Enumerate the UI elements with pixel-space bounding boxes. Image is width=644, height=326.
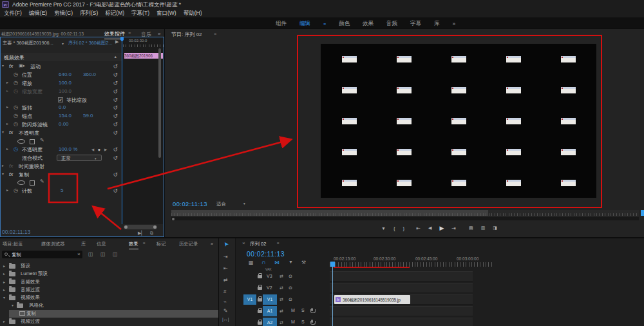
timeline-ruler-ticks[interactable] bbox=[330, 262, 492, 267]
export-frame-button[interactable]: ◨ bbox=[493, 225, 497, 231]
source-patch[interactable]: V1 bbox=[243, 294, 256, 305]
play-button[interactable]: ▶ bbox=[439, 225, 444, 231]
param-row-rotation[interactable]: ▸ ◷ 旋转 0.0 ↺ bbox=[0, 104, 122, 112]
sequence-clip-label[interactable]: 序列 02 * 360截图2... bbox=[68, 40, 113, 46]
param-row-opacity[interactable]: ▸ ◷ 不透明度 100.0 % ◀ ◆ ▶ ↺ bbox=[0, 146, 122, 154]
param-row-uniform-scale[interactable]: ✓ 等比缩放 ↺ bbox=[0, 96, 122, 104]
stopwatch-icon[interactable]: ◷ bbox=[14, 80, 18, 86]
reset-icon[interactable]: ↺ bbox=[113, 104, 118, 111]
tree-item[interactable]: ▸音频效果 bbox=[0, 278, 218, 286]
tree-item-selected[interactable]: 复制 bbox=[0, 310, 218, 318]
param-value[interactable]: 5 bbox=[61, 187, 63, 193]
new-bin-icon[interactable]: ◫ bbox=[88, 251, 93, 257]
reset-icon[interactable]: ↺ bbox=[113, 129, 118, 136]
track-target[interactable]: A2 bbox=[263, 318, 277, 326]
nest-toggle-icon[interactable]: ▦ bbox=[249, 260, 254, 265]
workspace-tab-audio[interactable]: 音频 bbox=[386, 20, 397, 28]
export-icon[interactable]: ⧉ bbox=[150, 231, 153, 236]
fit-dropdown[interactable]: 适合 bbox=[216, 201, 226, 207]
track-target[interactable]: A1 bbox=[263, 306, 277, 316]
collapse-icon[interactable]: ▲ bbox=[114, 55, 117, 59]
param-row-anchor[interactable]: ◷ 锚点 154.0 59.0 ↺ bbox=[0, 112, 122, 120]
track-lock-icon[interactable] bbox=[258, 298, 262, 302]
param-value-y[interactable]: 360.0 bbox=[83, 72, 96, 77]
tree-chevron-icon[interactable]: ▸ bbox=[3, 280, 5, 284]
source-monitor-tab[interactable]: 截图20190616145519035.jpg: 00:02:11:13 bbox=[1, 31, 84, 37]
track-visibility-icon[interactable]: ⊙ bbox=[289, 285, 292, 291]
project-tab[interactable]: 项目:超蓝 bbox=[3, 241, 23, 247]
checkbox-checked-icon[interactable]: ✓ bbox=[58, 97, 63, 102]
workspace-tab-editing[interactable]: 编辑 bbox=[299, 20, 310, 28]
reset-icon[interactable]: ↺ bbox=[113, 187, 118, 194]
mute-button[interactable]: M bbox=[291, 308, 295, 312]
effect-row-opacity[interactable]: ▾ fx 不透明度 ↺ bbox=[0, 129, 122, 137]
expand-chevron-icon[interactable]: ▸ bbox=[6, 104, 8, 109]
master-clip-label[interactable]: 主要 * 360截图201906... bbox=[3, 40, 53, 46]
param-value-y[interactable]: 59.0 bbox=[83, 113, 93, 119]
track-visibility-icon[interactable]: ⊙ bbox=[289, 297, 292, 302]
solo-button[interactable]: S bbox=[301, 320, 305, 324]
panel-menu-icon[interactable]: ≡ bbox=[143, 241, 146, 245]
scrubber-playhead[interactable] bbox=[641, 210, 644, 216]
tree-item[interactable]: ▸Lumetri 预设 bbox=[0, 270, 218, 278]
monitor-timecode[interactable]: 00:02:11:13 bbox=[173, 200, 207, 207]
expand-chevron-icon[interactable]: ▸ bbox=[6, 121, 8, 126]
param-row-count[interactable]: ▸ ◷ 计数 5 ↺ bbox=[0, 187, 122, 195]
chevron-down-icon[interactable]: ▾ bbox=[62, 41, 64, 46]
info-tab[interactable]: 信息 bbox=[97, 241, 106, 247]
param-row-position[interactable]: ◷ 位置 640.0 360.0 ↺ bbox=[0, 71, 122, 79]
menu-clip[interactable]: 剪辑(C) bbox=[54, 10, 73, 17]
param-row-blendmode[interactable]: 混合模式 正常 ▾ ↺ bbox=[0, 154, 122, 162]
fx-badge-icon[interactable]: fx bbox=[9, 129, 13, 135]
menu-title[interactable]: 字幕(T) bbox=[131, 10, 149, 17]
reset-icon[interactable]: ↺ bbox=[113, 97, 118, 103]
workspace-tab-effects[interactable]: 效果 bbox=[363, 20, 374, 28]
track-lock-icon[interactable] bbox=[258, 321, 262, 325]
reset-icon[interactable]: ↺ bbox=[113, 171, 118, 178]
panel-menu-icon[interactable]: ≡ bbox=[214, 32, 216, 36]
clear-search-icon[interactable]: × bbox=[77, 251, 80, 257]
collapse-chevron-icon[interactable]: ▾ bbox=[2, 171, 4, 176]
step-forward-button[interactable]: ⇥ bbox=[451, 225, 456, 231]
ec-zoom-scrollbar[interactable] bbox=[124, 225, 157, 229]
add-keyframe-icon[interactable]: ◆ bbox=[98, 148, 100, 151]
effect-row-time-remap[interactable]: ▸ fx 时间重映射 bbox=[0, 162, 122, 171]
param-value-x[interactable]: 154.0 bbox=[59, 113, 71, 119]
timeline-clip[interactable]: fx 360截图20190616145519035.jp bbox=[334, 295, 410, 304]
play-button[interactable]: ▶▏ bbox=[138, 231, 145, 236]
linked-selection-icon[interactable]: ⋈ bbox=[274, 260, 279, 265]
search-input[interactable]: 复制 bbox=[12, 252, 21, 258]
panel-menu-icon[interactable]: ≡ bbox=[128, 31, 131, 35]
stopwatch-icon[interactable]: ◷ bbox=[14, 121, 18, 127]
reset-icon[interactable]: ↺ bbox=[113, 155, 118, 161]
ec-vertical-scrollbar[interactable] bbox=[158, 48, 161, 158]
history-tab[interactable]: 历史记录 bbox=[179, 241, 198, 247]
add-marker-icon[interactable]: ▼ bbox=[289, 260, 293, 264]
tree-chevron-icon[interactable]: ▾ bbox=[12, 303, 14, 307]
mic-icon[interactable] bbox=[311, 320, 313, 323]
rect-mask-icon[interactable] bbox=[30, 139, 35, 144]
track-select-tool[interactable]: ⇥ bbox=[223, 254, 228, 260]
expand-chevron-icon[interactable]: ▸ bbox=[6, 80, 8, 84]
lift-button[interactable]: ▤ bbox=[469, 225, 473, 231]
sync-lock-icon[interactable]: ⇄ bbox=[279, 285, 283, 291]
mark-in-button[interactable]: { bbox=[393, 225, 395, 231]
menu-window[interactable]: 窗口(W) bbox=[156, 10, 176, 17]
track-lock-icon[interactable] bbox=[258, 275, 262, 278]
effect-row-motion[interactable]: ▾ fx ▣▸ 运动 ↺ bbox=[0, 62, 122, 71]
track-lock-icon[interactable] bbox=[258, 287, 262, 290]
markers-tab[interactable]: 标记 bbox=[156, 241, 166, 247]
chevron-down-icon[interactable]: ▾ bbox=[243, 202, 245, 206]
param-value-x[interactable]: 640.0 bbox=[59, 72, 71, 77]
video-preview[interactable] bbox=[321, 44, 596, 198]
tree-item[interactable]: ▸视频过渡 bbox=[0, 318, 218, 325]
track-target[interactable]: V1 bbox=[263, 294, 277, 305]
snap-toggle-icon[interactable]: ∩ bbox=[261, 259, 266, 265]
timeline-playhead-line[interactable] bbox=[332, 266, 333, 326]
effects-tab[interactable]: 效果 bbox=[129, 241, 138, 249]
mini-clip-bar[interactable]: 360截图201906 bbox=[124, 53, 163, 59]
param-value[interactable]: 0.0 bbox=[59, 104, 66, 110]
tree-chevron-icon[interactable]: ▸ bbox=[3, 264, 5, 268]
pen-mask-icon[interactable]: ✎ bbox=[40, 178, 44, 184]
tree-item[interactable]: ▾风格化 bbox=[0, 302, 218, 309]
